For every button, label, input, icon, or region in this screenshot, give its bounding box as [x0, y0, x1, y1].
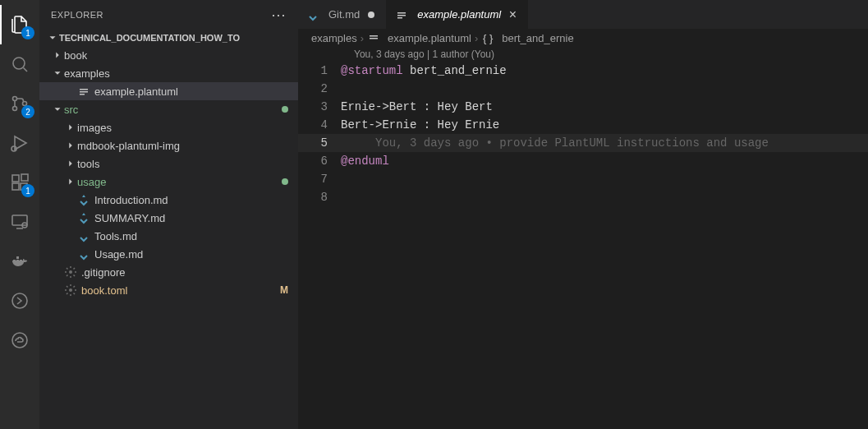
file-icon — [77, 85, 90, 98]
breadcrumb-seg[interactable]: bert_and_ernie — [502, 32, 573, 44]
code-area[interactable]: 1@startuml bert_and_ernie 2 3Ernie->Bert… — [298, 62, 868, 206]
svg-rect-7 — [12, 175, 19, 182]
chevron-right-icon — [64, 121, 77, 134]
tree-label: SUMMARY.md — [94, 212, 165, 224]
tree-label: Introduction.md — [94, 194, 168, 206]
activity-docker-icon[interactable] — [0, 242, 39, 281]
activity-bar: 1 2 1 — [0, 0, 39, 429]
chevron-right-icon — [51, 48, 64, 62]
tab-dirty-icon — [368, 12, 374, 18]
tree-label: usage — [77, 176, 106, 188]
svg-rect-19 — [80, 89, 88, 90]
ext-badge: 1 — [21, 184, 34, 197]
tree-file-booktoml[interactable]: book.toml M — [39, 281, 298, 299]
status-modified: M — [280, 284, 288, 296]
tree-label: .gitignore — [81, 266, 125, 279]
tree-folder-examples[interactable]: examples — [39, 64, 298, 82]
line-number: 5 — [298, 136, 341, 150]
breadcrumb-seg[interactable]: examples — [311, 32, 357, 44]
svg-point-18 — [12, 333, 27, 348]
tree-label: tools — [77, 158, 99, 170]
section-header[interactable]: TECHNICAL_DOCUMENTATION_HOW_TO — [39, 30, 298, 46]
tree-folder-mdbook[interactable]: mdbook-plantuml-img — [39, 136, 298, 155]
line-number: 2 — [298, 82, 341, 95]
tree-file-gitignore[interactable]: .gitignore — [39, 263, 298, 281]
tab-example[interactable]: example.plantuml × — [387, 0, 528, 29]
braces-icon: { } — [481, 31, 494, 44]
tab-label: example.plantuml — [417, 8, 501, 21]
tree-file-summary[interactable]: SUMMARY.md — [39, 209, 298, 227]
activity-search[interactable] — [0, 44, 39, 84]
chevron-right-icon: › — [361, 32, 364, 44]
activity-debug[interactable] — [0, 123, 39, 163]
line-number: 7 — [298, 173, 341, 186]
sidebar-header: EXPLORER ⋯ — [39, 0, 298, 30]
tree-label: Tools.md — [94, 230, 137, 242]
sidebar-title: EXPLORER — [51, 10, 103, 20]
line-number: 4 — [298, 118, 341, 131]
markdown-icon — [77, 229, 90, 242]
tree-file-toolsmd[interactable]: Tools.md — [39, 227, 298, 245]
line-number: 6 — [298, 155, 341, 168]
status-dot — [282, 106, 288, 113]
svg-point-2 — [13, 97, 17, 101]
activity-extensions[interactable]: 1 — [0, 163, 39, 202]
activity-circle-icon[interactable] — [0, 281, 39, 321]
activity-explorer[interactable]: 1 — [0, 5, 39, 44]
tree-folder-book[interactable]: book — [39, 46, 298, 64]
chevron-right-icon — [64, 175, 77, 188]
svg-rect-24 — [397, 12, 406, 14]
line-number: 8 — [298, 191, 341, 204]
svg-rect-10 — [21, 174, 28, 181]
tree-label: mdbook-plantuml-img — [77, 140, 180, 152]
breadcrumbs[interactable]: examples › example.plantuml › { } bert_a… — [298, 29, 868, 47]
gear-icon — [64, 284, 77, 297]
git-blame-inline: You, 3 days ago • provide PlantUML instr… — [341, 136, 769, 150]
svg-point-23 — [69, 288, 72, 292]
gear-icon — [64, 265, 77, 279]
svg-rect-28 — [370, 38, 378, 39]
markdown-icon — [77, 193, 90, 206]
file-icon — [395, 8, 408, 21]
chevron-right-icon — [64, 157, 77, 170]
activity-cloud-icon[interactable] — [0, 321, 39, 360]
svg-rect-27 — [370, 35, 378, 37]
tab-git[interactable]: Git.md — [298, 0, 387, 29]
explorer-sidebar: EXPLORER ⋯ TECHNICAL_DOCUMENTATION_HOW_T… — [39, 0, 298, 429]
status-dot — [282, 178, 288, 185]
activity-remote-icon[interactable] — [0, 202, 39, 242]
tree-label: src — [64, 104, 78, 116]
tree-file-intro[interactable]: Introduction.md — [39, 191, 298, 209]
tree-file-usagemd[interactable]: Usage.md — [39, 245, 298, 263]
tree-folder-src[interactable]: src — [39, 100, 298, 118]
tree-folder-images[interactable]: images — [39, 118, 298, 136]
codelens[interactable]: You, 3 days ago | 1 author (You) — [298, 47, 868, 62]
svg-rect-21 — [80, 94, 85, 95]
activity-scm[interactable]: 2 — [0, 84, 39, 123]
tree-label: example.plantuml — [94, 85, 178, 98]
breadcrumb-seg[interactable]: example.plantuml — [388, 32, 471, 44]
svg-rect-16 — [16, 256, 19, 259]
svg-point-3 — [13, 107, 17, 111]
tabs-bar: Git.md example.plantuml × — [298, 0, 868, 29]
tree-label: book — [64, 49, 87, 62]
editor-group: Git.md example.plantuml × examples › exa… — [298, 0, 868, 429]
explorer-badge: 1 — [21, 26, 34, 39]
chevron-right-icon: › — [475, 32, 478, 44]
tree-folder-usage[interactable]: usage — [39, 173, 298, 191]
svg-point-17 — [12, 293, 27, 308]
chevron-down-icon — [51, 67, 64, 80]
tree-file-example[interactable]: example.plantuml — [39, 82, 298, 100]
scm-badge: 2 — [21, 105, 34, 118]
file-icon — [367, 31, 380, 44]
svg-rect-11 — [12, 215, 27, 225]
line-number: 1 — [298, 64, 341, 77]
sidebar-more-icon[interactable]: ⋯ — [271, 6, 287, 24]
tree-label: book.toml — [81, 284, 127, 297]
line-number: 3 — [298, 100, 341, 113]
tree-label: images — [77, 122, 112, 134]
close-icon[interactable]: × — [506, 8, 519, 21]
markdown-icon — [306, 8, 319, 21]
markdown-icon — [77, 247, 90, 261]
tree-folder-tools[interactable]: tools — [39, 155, 298, 173]
